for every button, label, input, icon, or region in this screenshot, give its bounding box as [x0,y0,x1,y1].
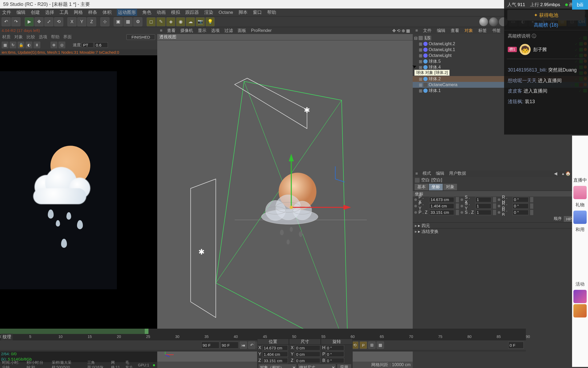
menu-mesh[interactable]: 网格 [74,9,83,15]
key-pla-button[interactable]: ⊞ [368,341,376,349]
menu-tools[interactable]: 工具 [59,9,69,15]
menu-window[interactable]: 窗口 [253,9,262,15]
axis-z-button[interactable]: Z [87,17,96,26]
menu-script[interactable]: 脚本 [238,9,248,15]
menu-anim[interactable]: 动画 [157,9,166,15]
coord-p-input[interactable] [429,197,454,202]
coord-s-input[interactable] [475,210,491,215]
coord-space-select[interactable]: 对象（相对） [259,364,296,368]
spinner[interactable] [530,203,533,209]
sidebar-gift[interactable]: 礼物 [572,200,588,210]
size-X-input[interactable] [295,345,320,350]
attr-nav-back[interactable]: ◀ [554,171,557,176]
attr-tab-edit[interactable]: 编辑 [436,171,444,176]
undo-button[interactable]: ↶ [2,17,11,26]
menu-edit[interactable]: 编辑 [16,9,25,15]
timeline-bar[interactable] [0,329,526,334]
render-settings-button[interactable]: ⚙ [133,17,142,26]
coord-r-input[interactable] [513,203,529,209]
left-tab-interface[interactable]: 界面 [63,34,72,40]
menu-help[interactable]: 帮助 [267,9,276,15]
rank-item-1[interactable]: 榜1 🧒 彭子茜 [504,42,588,57]
attr-tab-basic[interactable]: 基本 [414,183,429,191]
obj-menu-icon[interactable]: ≡ [415,28,418,33]
rotate-tool[interactable]: ⟲ [54,17,63,26]
coord-r-input[interactable] [513,210,529,215]
size-mode-select[interactable]: 绝对尺寸 [298,364,336,368]
obj-tab-bookmarks[interactable]: 书签 [492,28,501,34]
obj-tab-file[interactable]: 文件 [423,28,432,34]
viewport-3d[interactable]: ✱ ✱ [157,40,413,362]
coord-r-input[interactable] [513,197,529,202]
sidebar-thumb-1[interactable] [573,186,587,199]
chat-area[interactable]: 30148195813_bili: 突然就Duang想啥呢一天天 进入直播间皮皮… [504,61,588,111]
coord-system-button[interactable]: ⊹ [100,17,109,26]
speed-input[interactable] [95,42,108,48]
pos-Y-input[interactable] [262,352,288,357]
attr-tab-object[interactable]: 对象 [443,183,457,191]
attr-tab-userdata[interactable]: 用户数据 [449,171,466,176]
left-tab-object[interactable]: 对象 [14,34,23,40]
environment-button[interactable]: ☁ [186,17,195,26]
get-battery-button[interactable]: ✦ 获得电池 [507,10,585,20]
rank-tab[interactable]: 高能榜 (18) [504,20,588,30]
rot-Y-input[interactable] [326,352,344,357]
attr-tab-mode[interactable]: 模式 [423,171,431,176]
vp-nav-icons[interactable]: ✥ ⟲ ⊕ ▦ [392,28,410,33]
vp-tab-camera[interactable]: 摄像机 [180,28,193,34]
menu-volume[interactable]: 体积 [103,9,112,15]
spinner[interactable] [493,203,496,209]
render-region-button[interactable]: ▦ [123,17,133,26]
coord-p-input[interactable] [429,210,454,215]
rank-description[interactable]: 高能榜说明 ⓘ [508,33,536,39]
obj-tab-tags[interactable]: 标签 [478,28,487,34]
rot-Z-input[interactable] [326,358,344,363]
key-param-button[interactable]: P [360,341,367,349]
vp-tab-filter[interactable]: 过滤 [224,28,233,34]
size-Y-input[interactable] [295,352,320,357]
spinner[interactable] [530,210,533,215]
menu-file[interactable]: 文件 [2,9,11,15]
focus-button[interactable]: ⊕ [50,41,57,48]
lock-button[interactable]: 🔒 [18,41,24,48]
menu-select[interactable]: 选择 [45,9,54,15]
shading-2[interactable] [489,17,498,26]
vp-tab-options[interactable]: 选项 [211,28,220,34]
prev-key-button[interactable]: ↶ [248,341,255,349]
sidebar-activity[interactable]: 活动 [572,279,588,289]
primitive-cube-button[interactable]: ◻ [147,17,156,26]
kernel-select[interactable] [82,42,93,48]
sidebar-thumb-2[interactable] [573,211,587,224]
region-button[interactable]: ◎ [58,41,65,48]
live-select-button[interactable]: ▶ [25,17,34,26]
pos-Z-input[interactable] [262,358,288,363]
axis-x-button[interactable]: X [67,17,76,26]
menu-render[interactable]: 渲染 [204,9,213,15]
menu-spline[interactable]: 样条 [88,9,97,15]
spinner[interactable] [493,210,496,215]
vp-tab-display[interactable]: 显示 [198,28,206,34]
mat-reload[interactable]: ↻ [10,41,16,48]
obj-tab-object[interactable]: 对象 [465,28,473,34]
attr-menu-icon[interactable]: ≡ [415,171,418,176]
menu-sim[interactable]: 模拟 [171,9,180,15]
pick-button[interactable]: ◐ [25,41,32,48]
left-tab-help[interactable]: 帮助 [51,34,59,40]
key-options-button[interactable]: ▦ [377,341,384,349]
goto-start-button[interactable]: ⏮ [240,341,247,349]
spinner[interactable] [493,197,496,202]
left-tab-options[interactable]: 选项 [39,34,47,40]
menu-octane[interactable]: Octane [219,10,233,15]
menu-track[interactable]: 跟踪器 [185,9,199,15]
sidebar-heyong[interactable]: 和用 [572,225,588,234]
camera-button[interactable]: 📷 [196,17,205,26]
vp-menu-icon[interactable]: ≡ [160,28,162,33]
primitive-pen-button[interactable]: ✎ [156,17,165,26]
menu-mograph[interactable]: 运动图形 [117,9,137,16]
scale-tool[interactable]: ⤢ [44,17,53,26]
left-tab-material[interactable]: 材质 [2,34,11,40]
quaternion-section[interactable]: ▸ 四元 [413,222,588,228]
vp-tab-panel[interactable]: 面板 [238,28,246,34]
spinner[interactable] [456,197,459,202]
apply-button[interactable]: 应用 [337,364,351,368]
